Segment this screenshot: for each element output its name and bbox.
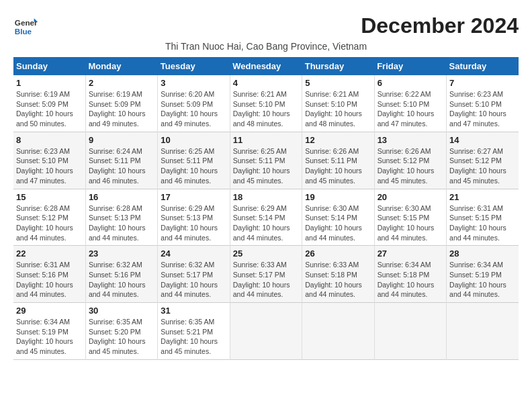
table-row: 27 Sunrise: 6:34 AMSunset: 5:18 PMDaylig… [374,246,446,303]
day-info: Sunrise: 6:28 AMSunset: 5:13 PMDaylight:… [89,204,146,242]
day-number: 14 [449,135,516,145]
day-info: Sunrise: 6:35 AMSunset: 5:20 PMDaylight:… [89,318,146,355]
day-info: Sunrise: 6:33 AMSunset: 5:18 PMDaylight:… [305,261,362,298]
table-row: 31 Sunrise: 6:35 AMSunset: 5:21 PMDaylig… [158,303,230,360]
day-info: Sunrise: 6:27 AMSunset: 5:12 PMDaylight:… [449,147,506,185]
day-info: Sunrise: 6:32 AMSunset: 5:16 PMDaylight:… [89,261,146,298]
table-row: 16 Sunrise: 6:28 AMSunset: 5:13 PMDaylig… [85,189,157,246]
calendar-week-row: 15 Sunrise: 6:28 AMSunset: 5:12 PMDaylig… [13,189,519,246]
header-wednesday: Wednesday [230,57,302,75]
day-info: Sunrise: 6:29 AMSunset: 5:14 PMDaylight:… [233,204,290,242]
table-row: 6 Sunrise: 6:22 AMSunset: 5:10 PMDayligh… [374,75,446,132]
day-number: 17 [161,192,226,202]
calendar-title: December 2024 [361,13,519,38]
calendar-week-row: 22 Sunrise: 6:31 AMSunset: 5:16 PMDaylig… [13,246,519,303]
logo-icon: General Blue [13,13,38,38]
table-row: 30 Sunrise: 6:35 AMSunset: 5:20 PMDaylig… [85,303,157,360]
table-row: 25 Sunrise: 6:33 AMSunset: 5:17 PMDaylig… [230,246,302,303]
day-number: 15 [16,192,83,202]
header-monday: Monday [85,57,157,75]
table-row: 4 Sunrise: 6:21 AMSunset: 5:10 PMDayligh… [230,75,302,132]
table-row: 17 Sunrise: 6:29 AMSunset: 5:13 PMDaylig… [158,189,230,246]
day-info: Sunrise: 6:31 AMSunset: 5:15 PMDaylight:… [449,204,506,242]
day-info: Sunrise: 6:22 AMSunset: 5:10 PMDaylight:… [378,90,435,128]
day-number: 28 [449,248,516,259]
day-info: Sunrise: 6:26 AMSunset: 5:11 PMDaylight:… [305,147,362,185]
day-number: 18 [233,192,299,202]
day-number: 19 [305,192,371,202]
table-row: 19 Sunrise: 6:30 AMSunset: 5:14 PMDaylig… [302,189,374,246]
table-row: 18 Sunrise: 6:29 AMSunset: 5:14 PMDaylig… [230,189,302,246]
svg-text:Blue: Blue [15,27,32,36]
day-info: Sunrise: 6:23 AMSunset: 5:10 PMDaylight:… [449,90,506,128]
day-info: Sunrise: 6:19 AMSunset: 5:09 PMDaylight:… [89,90,146,128]
table-row: 12 Sunrise: 6:26 AMSunset: 5:11 PMDaylig… [302,132,374,189]
day-info: Sunrise: 6:24 AMSunset: 5:11 PMDaylight:… [89,147,146,185]
calendar-week-row: 8 Sunrise: 6:23 AMSunset: 5:10 PMDayligh… [13,132,519,189]
table-row: 15 Sunrise: 6:28 AMSunset: 5:12 PMDaylig… [13,189,85,246]
day-number: 1 [16,78,83,88]
day-number: 12 [305,135,371,145]
day-number: 5 [305,78,371,88]
day-info: Sunrise: 6:30 AMSunset: 5:15 PMDaylight:… [378,204,435,242]
day-info: Sunrise: 6:19 AMSunset: 5:09 PMDaylight:… [16,90,73,128]
page-header: General Blue December 2024 [13,13,519,38]
logo: General Blue [13,13,38,38]
day-info: Sunrise: 6:29 AMSunset: 5:13 PMDaylight:… [161,204,218,242]
header-saturday: Saturday [447,57,519,75]
day-number: 11 [233,135,299,145]
day-info: Sunrise: 6:32 AMSunset: 5:17 PMDaylight:… [161,261,218,298]
header-sunday: Sunday [13,57,85,75]
day-info: Sunrise: 6:35 AMSunset: 5:21 PMDaylight:… [161,318,218,355]
day-info: Sunrise: 6:34 AMSunset: 5:18 PMDaylight:… [378,261,435,298]
day-info: Sunrise: 6:26 AMSunset: 5:12 PMDaylight:… [378,147,435,185]
day-number: 23 [89,248,154,259]
table-row [374,303,446,360]
table-row: 20 Sunrise: 6:30 AMSunset: 5:15 PMDaylig… [374,189,446,246]
table-row: 23 Sunrise: 6:32 AMSunset: 5:16 PMDaylig… [85,246,157,303]
table-row: 28 Sunrise: 6:34 AMSunset: 5:19 PMDaylig… [447,246,519,303]
table-row: 2 Sunrise: 6:19 AMSunset: 5:09 PMDayligh… [85,75,157,132]
day-number: 6 [378,78,443,88]
day-info: Sunrise: 6:20 AMSunset: 5:09 PMDaylight:… [161,90,218,128]
calendar-subtitle: Thi Tran Nuoc Hai, Cao Bang Province, Vi… [13,41,519,52]
table-row: 1 Sunrise: 6:19 AMSunset: 5:09 PMDayligh… [13,75,85,132]
table-row: 3 Sunrise: 6:20 AMSunset: 5:09 PMDayligh… [158,75,230,132]
day-info: Sunrise: 6:23 AMSunset: 5:10 PMDaylight:… [16,147,73,185]
day-number: 27 [378,248,443,259]
day-info: Sunrise: 6:25 AMSunset: 5:11 PMDaylight:… [233,147,290,185]
day-number: 8 [16,135,83,145]
table-row: 26 Sunrise: 6:33 AMSunset: 5:18 PMDaylig… [302,246,374,303]
day-number: 9 [89,135,154,145]
calendar-week-row: 1 Sunrise: 6:19 AMSunset: 5:09 PMDayligh… [13,75,519,132]
table-row: 5 Sunrise: 6:21 AMSunset: 5:10 PMDayligh… [302,75,374,132]
day-number: 10 [161,135,226,145]
header-tuesday: Tuesday [158,57,230,75]
table-row: 8 Sunrise: 6:23 AMSunset: 5:10 PMDayligh… [13,132,85,189]
table-row [447,303,519,360]
day-number: 29 [16,306,83,316]
day-info: Sunrise: 6:28 AMSunset: 5:12 PMDaylight:… [16,204,73,242]
day-number: 3 [161,78,226,88]
day-number: 4 [233,78,299,88]
day-info: Sunrise: 6:30 AMSunset: 5:14 PMDaylight:… [305,204,362,242]
calendar-week-row: 29 Sunrise: 6:34 AMSunset: 5:19 PMDaylig… [13,303,519,360]
calendar-table: Sunday Monday Tuesday Wednesday Thursday… [13,57,519,360]
table-row [302,303,374,360]
table-row: 10 Sunrise: 6:25 AMSunset: 5:11 PMDaylig… [158,132,230,189]
day-info: Sunrise: 6:33 AMSunset: 5:17 PMDaylight:… [233,261,290,298]
day-info: Sunrise: 6:31 AMSunset: 5:16 PMDaylight:… [16,261,73,298]
table-row: 24 Sunrise: 6:32 AMSunset: 5:17 PMDaylig… [158,246,230,303]
day-info: Sunrise: 6:21 AMSunset: 5:10 PMDaylight:… [233,90,290,128]
table-row [230,303,302,360]
day-number: 31 [161,306,226,316]
day-number: 13 [378,135,443,145]
header-thursday: Thursday [302,57,374,75]
weekday-header-row: Sunday Monday Tuesday Wednesday Thursday… [13,57,519,75]
table-row: 22 Sunrise: 6:31 AMSunset: 5:16 PMDaylig… [13,246,85,303]
day-info: Sunrise: 6:34 AMSunset: 5:19 PMDaylight:… [449,261,506,298]
day-number: 16 [89,192,154,202]
day-number: 20 [378,192,443,202]
table-row: 14 Sunrise: 6:27 AMSunset: 5:12 PMDaylig… [447,132,519,189]
table-row: 7 Sunrise: 6:23 AMSunset: 5:10 PMDayligh… [447,75,519,132]
